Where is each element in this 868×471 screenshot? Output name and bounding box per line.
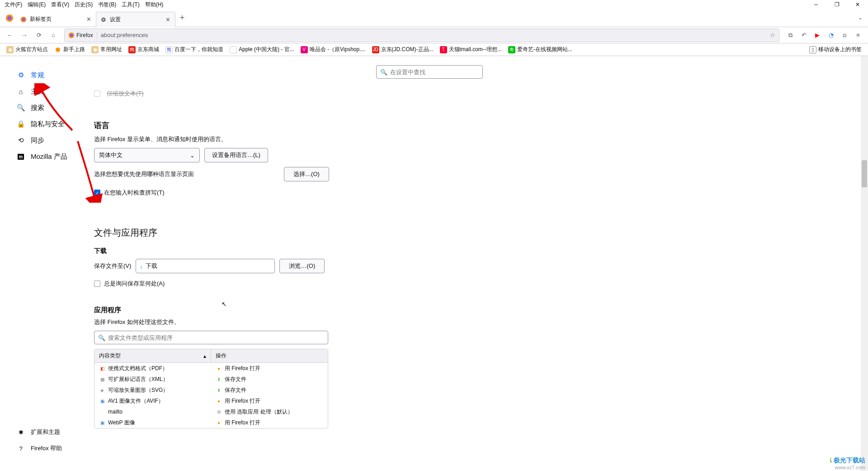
folder-icon: ▣ — [91, 46, 99, 53]
menu-history[interactable]: 历史(S) — [72, 0, 95, 10]
settings-pane: 🔍 仅缩放文本(T) 语言 选择 Firefox 显示菜单、消息和通知时使用的语… — [90, 56, 868, 471]
tab-newtab[interactable]: 新标签页 ✕ — [16, 12, 96, 27]
sidebar-item-extensions[interactable]: ✱扩展和主题 — [16, 424, 90, 440]
menu-bookmarks[interactable]: 书签(B) — [95, 0, 119, 10]
sidebar-item-home[interactable]: ⌂主页 — [16, 83, 90, 100]
tabs-dropdown-icon[interactable]: ⌄ — [858, 14, 863, 21]
address-bar[interactable]: Firefox about:preferences ☆ — [64, 29, 779, 42]
menu-tools[interactable]: 工具(T) — [119, 0, 142, 10]
bookmark-mobile[interactable]: ▯移动设备上的书签 — [807, 45, 864, 54]
col-content-type-header[interactable]: 内容类型 ▴ — [94, 349, 211, 362]
always-ask-checkbox[interactable] — [94, 281, 100, 287]
sidebar-item-mozilla[interactable]: mMozilla 产品 — [16, 148, 90, 165]
search-icon: 🔍 — [380, 69, 387, 76]
menu-file[interactable]: 文件(F) — [2, 0, 25, 10]
zoom-text-only-row: 仅缩放文本(T) — [94, 90, 420, 98]
table-row[interactable]: mailto⚙使用 选取应用 处理（默认） — [94, 406, 328, 417]
new-tab-button[interactable]: + — [175, 11, 189, 25]
table-row[interactable]: ◈可缩放矢量图形（SVG）⬇保存文件 — [94, 385, 328, 395]
scrollbar[interactable] — [861, 56, 868, 471]
lock-icon: 🔒 — [16, 119, 25, 128]
watermark: ⤹极光下载站 www.xz7.com — [828, 457, 865, 470]
section-language-title: 语言 — [94, 120, 420, 131]
extension-icon[interactable]: ◔ — [825, 29, 837, 42]
bookmark-item[interactable]: V唯品会 -（原Vipshop.... — [298, 45, 368, 54]
action-icon: ● — [216, 398, 222, 404]
applications-search[interactable]: 🔍 — [94, 331, 328, 344]
language-prefer-desc: 选择您想要优先使用哪种语言显示页面 — [94, 170, 194, 178]
sidebar-item-privacy[interactable]: 🔒隐私与安全 — [16, 116, 90, 132]
spellcheck-checkbox[interactable]: ✓ — [94, 190, 100, 196]
bookmark-item[interactable]: 熊百度一下，你就知道 — [163, 45, 226, 54]
set-alternatives-button[interactable]: 设置备用语言…(L) — [204, 148, 268, 162]
baidu-icon: 熊 — [165, 46, 173, 53]
side-icon[interactable]: ⧈ — [838, 29, 851, 42]
firefox-icon — [20, 16, 27, 23]
screenshot-icon[interactable]: ⧉ — [784, 29, 797, 42]
close-icon[interactable]: ✕ — [85, 16, 92, 23]
sidebar-item-sync[interactable]: ⟲同步 — [16, 132, 90, 148]
bookmark-item[interactable]: T天猫tmall.com--理想... — [437, 45, 505, 54]
language-select[interactable]: 简体中文 ⌄ — [94, 148, 200, 162]
applications-search-input[interactable] — [108, 334, 324, 341]
bookmark-item[interactable]: JD京东(JD.COM)-正品... — [369, 45, 436, 54]
close-icon[interactable]: ✕ — [164, 16, 171, 23]
identity-label: Firefox — [76, 32, 93, 38]
content-type: 便携式文档格式（PDF） — [108, 365, 168, 372]
sidebar-item-label: 常规 — [31, 71, 44, 80]
minimize-button[interactable]: ─ — [806, 0, 826, 9]
bookmark-item[interactable]: Apple (中国大陆) - 官... — [227, 45, 297, 54]
col-action-header[interactable]: 操作 — [211, 349, 328, 362]
choose-button[interactable]: 选择…(O) — [284, 167, 329, 181]
tab-label: 新标签页 — [30, 15, 85, 23]
menu-view[interactable]: 查看(V) — [48, 0, 72, 10]
menu-edit[interactable]: 编辑(E) — [25, 0, 48, 10]
firefox-menu-button[interactable] — [3, 11, 16, 25]
save-to-label: 保存文件至(V) — [94, 262, 131, 270]
home-button[interactable]: ⌂ — [47, 29, 60, 42]
download-path-field[interactable]: ↓ 下载 — [136, 259, 275, 273]
reload-button[interactable]: ⟳ — [33, 29, 45, 42]
table-row[interactable]: ▦可扩展标记语言（XML）⬇保存文件 — [94, 374, 328, 385]
puzzle-icon: ✱ — [16, 428, 25, 437]
content-type: AV1 图像文件（AVIF） — [108, 397, 164, 405]
bookmark-item[interactable]: 狗京东商城 — [126, 45, 162, 54]
sidebar-item-search[interactable]: 🔍搜索 — [16, 100, 90, 116]
undo-icon[interactable]: ↶ — [797, 29, 810, 42]
tab-settings[interactable]: ⚙ 设置 ✕ — [96, 12, 175, 27]
forward-button[interactable]: → — [18, 29, 31, 42]
action-icon: ● — [216, 365, 222, 371]
sidebar-item-label: 主页 — [31, 87, 44, 96]
identity-box: Firefox — [68, 32, 97, 38]
scrollbar-thumb[interactable] — [862, 160, 867, 187]
sidebar-item-help[interactable]: ?Firefox 帮助 — [16, 440, 90, 457]
back-button[interactable]: ← — [4, 29, 16, 42]
maximize-button[interactable]: ❐ — [826, 0, 847, 9]
close-button[interactable]: ✕ — [847, 0, 868, 9]
home-icon: ⌂ — [16, 87, 25, 96]
action-text: 使用 选取应用 处理（默认） — [225, 408, 293, 416]
table-row[interactable]: ◧便携式文档格式（PDF）●用 Firefox 打开 — [94, 363, 328, 374]
checkbox[interactable] — [94, 90, 100, 97]
bookmark-item[interactable]: ▣常用网址 — [89, 45, 125, 54]
bookmark-item[interactable]: ▣火狐官方站点 — [4, 45, 51, 54]
filetype-icon: ◧ — [99, 365, 105, 371]
bookmark-star-icon[interactable]: ☆ — [770, 32, 775, 38]
youtube-icon[interactable]: ▶ — [811, 29, 824, 42]
sidebar-item-label: 扩展和主题 — [31, 428, 60, 436]
hamburger-icon[interactable]: ≡ — [852, 29, 864, 42]
bookmark-item[interactable]: 新手上路 — [52, 45, 88, 54]
mobile-icon: ▯ — [809, 46, 816, 53]
browse-button[interactable]: 浏览…(O) — [279, 259, 325, 273]
filetype-icon: ▣ — [99, 398, 105, 404]
language-desc: 选择 Firefox 显示菜单、消息和通知时使用的语言。 — [94, 135, 420, 143]
settings-search-input[interactable] — [390, 69, 479, 76]
sidebar-item-general[interactable]: ⚙常规 — [16, 67, 90, 83]
zoom-text-only-label: 仅缩放文本(T) — [107, 90, 144, 98]
table-row[interactable]: ▣WebP 图像●用 Firefox 打开 — [94, 417, 328, 428]
iqiyi-icon: 奇 — [508, 46, 515, 53]
settings-search[interactable]: 🔍 — [376, 65, 483, 79]
menu-help[interactable]: 帮助(H) — [142, 0, 166, 10]
bookmark-item[interactable]: 奇爱奇艺-在线视频网站... — [505, 45, 575, 54]
table-row[interactable]: ▣AV1 图像文件（AVIF）●用 Firefox 打开 — [94, 395, 328, 406]
